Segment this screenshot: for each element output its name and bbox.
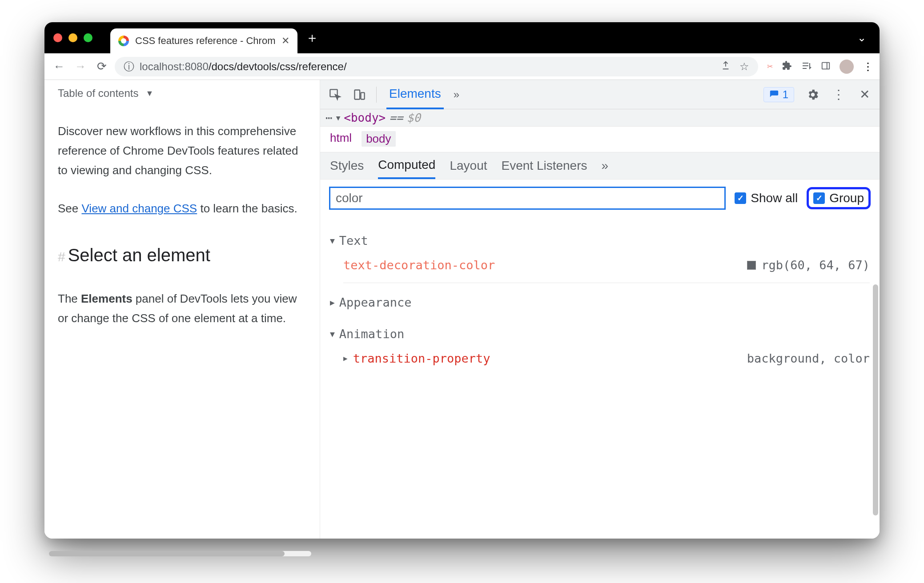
browser-tab[interactable]: CSS features reference - Chrom ✕ (110, 28, 297, 53)
site-info-icon[interactable]: ⓘ (124, 60, 134, 74)
profile-avatar[interactable] (840, 60, 854, 74)
color-swatch-icon[interactable] (747, 261, 756, 270)
issues-badge[interactable]: 1 (763, 87, 794, 102)
svg-rect-4 (361, 92, 365, 99)
property-row[interactable]: text-decoration-color rgb(60, 64, 67) (343, 258, 870, 283)
more-panels-button[interactable]: » (602, 152, 609, 179)
side-panel-icon[interactable] (821, 61, 831, 72)
issues-count: 1 (783, 88, 788, 101)
ellipsis-icon: ⋯ (325, 111, 333, 124)
group-animation[interactable]: ▼ Animation (330, 327, 870, 341)
browser-menu-button[interactable]: ⋮ (863, 60, 873, 73)
see-paragraph: See View and change CSS to learn the bas… (58, 199, 306, 218)
group-appearance[interactable]: ▶ Appearance (330, 295, 870, 309)
devtools-tab-elements[interactable]: Elements (386, 80, 444, 109)
url-host: localhost (140, 60, 182, 72)
toc-label: Table of contents (58, 84, 138, 103)
settings-icon[interactable] (806, 88, 820, 102)
toc-toggle[interactable]: Table of contents ▼ (58, 84, 306, 103)
caret-down-icon: ▼ (145, 87, 153, 100)
elements-paragraph: The Elements panel of DevTools lets you … (58, 289, 306, 328)
panel-tab-layout[interactable]: Layout (450, 152, 487, 179)
svg-rect-0 (822, 62, 830, 69)
computed-groups: ▼ Text text-decoration-color rgb(60, 64,… (320, 217, 880, 393)
tab-close-button[interactable]: ✕ (281, 35, 289, 47)
dom-selected-row[interactable]: ⋯ ▼ <body> == $0 (320, 109, 880, 127)
panel-tab-styles[interactable]: Styles (330, 152, 364, 179)
group-label: Group (829, 191, 864, 205)
bookmark-icon[interactable]: ☆ (739, 60, 749, 73)
show-all-label: Show all (751, 191, 798, 205)
devtools-menu-button[interactable]: ⋮ (832, 88, 846, 102)
inspect-element-icon[interactable] (328, 88, 342, 102)
group-checkbox[interactable]: ✓ Group (807, 187, 871, 209)
group-appearance-label: Appearance (339, 295, 412, 309)
extensions-icon[interactable] (782, 60, 792, 73)
checkbox-checked-icon: ✓ (813, 192, 825, 204)
property-row[interactable]: ▶ transition-property background, color (343, 351, 870, 369)
window-close-button[interactable] (53, 33, 62, 42)
group-animation-label: Animation (339, 327, 404, 341)
url-path: /docs/devtools/css/reference/ (209, 60, 347, 72)
devtools-close-button[interactable]: ✕ (857, 88, 872, 102)
more-tabs-button[interactable]: » (454, 88, 459, 101)
reading-list-icon[interactable] (801, 60, 812, 73)
group-text-label: Text (339, 234, 368, 248)
property-name: text-decoration-color (343, 258, 495, 272)
panel-tab-computed[interactable]: Computed (378, 152, 435, 179)
group-text[interactable]: ▼ Text (330, 234, 870, 248)
collapse-triangle-icon[interactable]: ▼ (336, 114, 341, 122)
browser-toolbar: ← → ⟳ ⓘ localhost:8080/docs/devtools/css… (44, 53, 880, 80)
device-toolbar-icon[interactable] (352, 88, 366, 102)
show-all-checkbox[interactable]: ✓ Show all (735, 191, 798, 205)
triangle-down-icon: ▼ (330, 236, 335, 245)
forward-button[interactable]: → (72, 58, 89, 75)
filter-input[interactable] (329, 187, 726, 210)
reload-button[interactable]: ⟳ (93, 58, 110, 75)
url-port: :8080 (182, 60, 209, 72)
property-value: rgb(60, 64, 67) (761, 258, 870, 272)
window-maximize-button[interactable] (84, 33, 92, 42)
dom-breadcrumb: html body (320, 127, 880, 152)
checkbox-checked-icon: ✓ (735, 192, 746, 204)
view-change-css-link[interactable]: View and change CSS (82, 202, 197, 215)
dom-eq: == (389, 111, 403, 124)
devtools-scrollbar[interactable] (873, 284, 878, 515)
property-name: transition-property (353, 351, 490, 365)
page-content: Table of contents ▼ Discover new workflo… (44, 80, 320, 539)
tab-title: CSS features reference - Chrom (135, 35, 275, 47)
dom-tag: <body> (344, 111, 386, 124)
triangle-right-icon: ▶ (330, 298, 335, 307)
triangle-down-icon: ▼ (330, 329, 335, 339)
page-horizontal-scrollbar[interactable] (49, 551, 311, 556)
tab-search-button[interactable]: ⌄ (857, 32, 866, 44)
panel-tab-event-listeners[interactable]: Event Listeners (502, 152, 587, 179)
triangle-right-icon: ▶ (343, 354, 348, 363)
back-button[interactable]: ← (51, 58, 68, 75)
dom-dollar: $0 (407, 111, 421, 124)
section-heading: #Select an element (58, 240, 306, 270)
breadcrumb-body[interactable]: body (362, 131, 395, 147)
devtools-panel: Elements » 1 ⋮ ✕ ⋯ ▼ <body> (320, 80, 880, 539)
property-value: background, color (747, 351, 870, 365)
new-tab-button[interactable]: ＋ (305, 29, 319, 47)
breadcrumb-html[interactable]: html (330, 131, 352, 147)
chrome-favicon-icon (118, 36, 129, 46)
share-icon[interactable] (721, 60, 731, 73)
styles-panel-tabs: Styles Computed Layout Event Listeners » (320, 152, 880, 180)
scissors-icon[interactable]: ✂ (767, 62, 773, 71)
computed-filter-row: ✓ Show all ✓ Group (320, 180, 880, 217)
address-bar[interactable]: ⓘ localhost:8080/docs/devtools/css/refer… (115, 57, 758, 76)
svg-rect-3 (355, 90, 360, 99)
devtools-toolbar: Elements » 1 ⋮ ✕ (320, 80, 880, 109)
anchor-hash-icon[interactable]: # (58, 249, 65, 264)
window-minimize-button[interactable] (68, 33, 77, 42)
intro-paragraph: Discover new workflows in this comprehen… (58, 121, 306, 180)
browser-tabbar: CSS features reference - Chrom ✕ ＋ ⌄ (44, 22, 880, 53)
